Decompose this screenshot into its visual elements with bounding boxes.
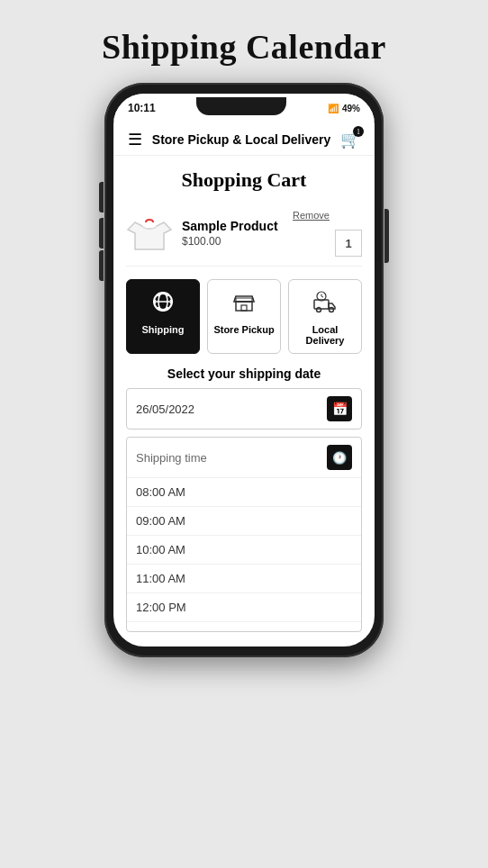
product-row: Sample Product $100.00 Remove 1 (126, 201, 362, 267)
svg-point-8 (317, 308, 321, 312)
status-time: 10:11 (128, 102, 156, 114)
delivery-tabs: Shipping (126, 279, 362, 354)
notch (196, 97, 286, 115)
time-header-row[interactable]: Shipping time 🕐 (127, 438, 361, 478)
svg-point-9 (330, 308, 334, 312)
product-image (126, 210, 173, 257)
time-item[interactable]: 01:00 PM (127, 622, 361, 631)
app-content: Shopping Cart Sample Product $100.00 (113, 156, 375, 646)
app-header: ☰ Store Pickup & Local Delivery 🛒 1 (113, 121, 375, 156)
svg-line-12 (321, 296, 323, 297)
time-item[interactable]: 09:00 AM (127, 507, 361, 536)
shipping-icon (150, 289, 176, 320)
svg-rect-3 (236, 302, 252, 311)
svg-rect-4 (241, 305, 247, 311)
remove-button[interactable]: Remove (293, 210, 330, 221)
tab-store-pickup-label: Store Pickup (213, 324, 274, 335)
tab-local-delivery-label: Local Delivery (293, 324, 357, 346)
time-item[interactable]: 08:00 AM (127, 478, 361, 507)
tab-shipping-label: Shipping (141, 324, 184, 335)
menu-icon[interactable]: ☰ (128, 130, 142, 149)
cart-title: Shopping Cart (126, 156, 362, 201)
cart-button[interactable]: 🛒 1 (340, 130, 360, 149)
time-item[interactable]: 12:00 PM (127, 593, 361, 622)
phone-frame: 10:11 📶 49% ☰ Store Pickup & Local Deliv… (104, 83, 384, 657)
signal-icon: 📶 (328, 104, 339, 113)
shipping-date-label: Select your shipping date (126, 366, 362, 381)
date-value: 26/05/2022 (136, 402, 327, 416)
status-icons: 📶 49% (328, 104, 360, 113)
quantity-box[interactable]: 1 (335, 230, 362, 257)
tab-store-pickup[interactable]: Store Pickup (207, 279, 281, 354)
time-placeholder: Shipping time (136, 451, 327, 465)
cart-badge: 1 (353, 126, 364, 137)
store-pickup-icon (231, 289, 257, 320)
time-item[interactable]: 11:00 AM (127, 565, 361, 593)
phone-screen: 10:11 📶 49% ☰ Store Pickup & Local Deliv… (113, 94, 375, 646)
date-input-row[interactable]: 26/05/2022 📅 (126, 388, 362, 429)
header-title: Store Pickup & Local Delivery (142, 131, 340, 148)
tab-local-delivery[interactable]: Local Delivery (288, 279, 362, 354)
status-bar: 10:11 📶 49% (113, 94, 375, 121)
battery-text: 49% (342, 104, 360, 113)
calendar-icon[interactable]: 📅 (327, 396, 352, 421)
local-delivery-icon (312, 289, 338, 320)
time-dropdown: Shipping time 🕐 08:00 AM09:00 AM10:00 AM… (126, 437, 362, 632)
clock-icon[interactable]: 🕐 (327, 445, 352, 470)
time-list: 08:00 AM09:00 AM10:00 AM11:00 AM12:00 PM… (127, 478, 361, 631)
time-item[interactable]: 10:00 AM (127, 536, 361, 565)
tab-shipping[interactable]: Shipping (126, 279, 200, 354)
page-title: Shipping Calendar (102, 27, 386, 67)
